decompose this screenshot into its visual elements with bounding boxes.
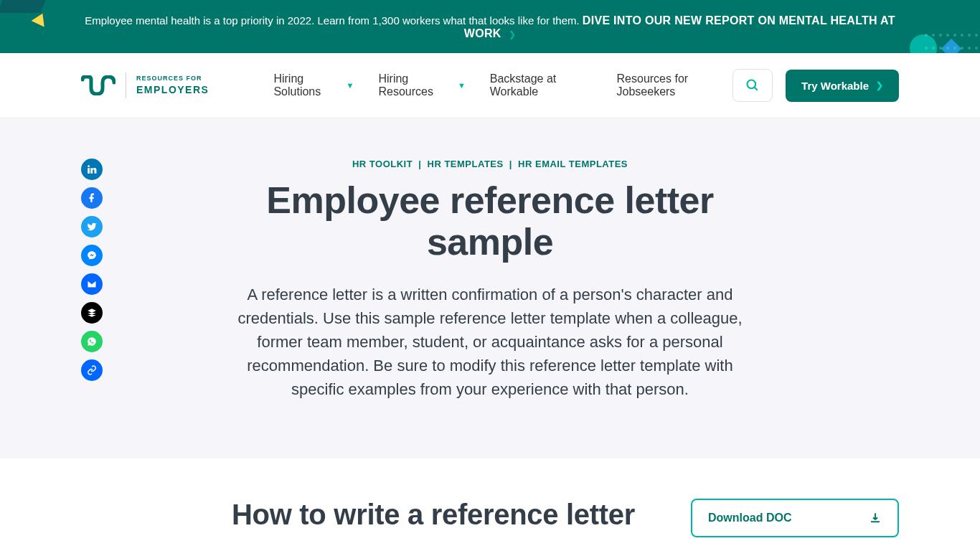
breadcrumb-link[interactable]: HR EMAIL TEMPLATES [518, 159, 628, 169]
social-share-rail [81, 159, 103, 381]
cta-label: Try Workable [801, 80, 869, 92]
linkedin-icon [87, 164, 97, 174]
section-heading: How to write a reference letter [232, 499, 662, 531]
nav-label: Backstage at Workable [490, 72, 593, 98]
decoration [923, 29, 980, 53]
logo-title: EMPLOYERS [136, 83, 209, 96]
main-nav: Hiring Solutions ▼ Hiring Resources ▼ Ba… [273, 72, 732, 98]
twitter-icon [87, 222, 97, 232]
nav-jobseekers[interactable]: Resources for Jobseekers [617, 72, 733, 98]
chevron-down-icon: ▼ [458, 81, 466, 90]
nav-hiring-resources[interactable]: Hiring Resources ▼ [378, 72, 465, 98]
nav-backstage[interactable]: Backstage at Workable [490, 72, 593, 98]
facebook-icon [87, 193, 97, 203]
nav-hiring-solutions[interactable]: Hiring Solutions ▼ [273, 72, 354, 98]
nav-label: Hiring Solutions [273, 72, 341, 98]
separator: | [418, 159, 421, 169]
share-linkedin[interactable] [81, 159, 103, 180]
try-workable-button[interactable]: Try Workable ❯ [786, 70, 899, 102]
content-section: How to write a reference letter Here's o… [31, 458, 949, 551]
share-whatsapp[interactable] [81, 331, 103, 352]
share-messenger[interactable] [81, 245, 103, 266]
main-header: RESOURCES FOR EMPLOYERS Hiring Solutions… [0, 53, 980, 118]
search-icon [745, 78, 760, 93]
share-twitter[interactable] [81, 216, 103, 237]
svg-rect-2 [88, 168, 90, 174]
logo-subtitle: RESOURCES FOR [136, 75, 209, 83]
chevron-down-icon: ▼ [347, 81, 354, 90]
breadcrumb-link[interactable]: HR TOOLKIT [352, 159, 413, 169]
download-icon [869, 512, 882, 524]
email-icon [87, 279, 97, 289]
breadcrumb-link[interactable]: HR TEMPLATES [428, 159, 504, 169]
svg-point-0 [748, 80, 756, 89]
nav-label: Resources for Jobseekers [617, 72, 733, 98]
svg-point-3 [88, 165, 90, 167]
buffer-icon [87, 308, 97, 318]
page-title: Employee reference letter sample [232, 179, 748, 263]
breadcrumb: HR TOOLKIT | HR TEMPLATES | HR EMAIL TEM… [81, 159, 899, 169]
share-buffer[interactable] [81, 302, 103, 324]
divider [126, 72, 126, 98]
whatsapp-icon [87, 336, 97, 347]
workable-logo-icon [81, 75, 116, 95]
share-copy-link[interactable] [81, 359, 103, 381]
download-doc-button[interactable]: Download DOC [691, 499, 899, 537]
banner-text: Employee mental health is a top priority… [85, 14, 583, 27]
download-label: Download DOC [708, 512, 791, 524]
hero-section: HR TOOLKIT | HR TEMPLATES | HR EMAIL TEM… [0, 118, 980, 458]
separator: | [509, 159, 512, 169]
share-facebook[interactable] [81, 187, 103, 209]
announcement-banner: Employee mental health is a top priority… [0, 0, 980, 53]
svg-line-1 [755, 88, 758, 90]
page-description: A reference letter is a written confirma… [232, 283, 748, 401]
chevron-right-icon: ❯ [876, 80, 883, 90]
link-icon [87, 365, 97, 375]
share-email[interactable] [81, 273, 103, 295]
nav-label: Hiring Resources [378, 72, 453, 98]
search-button[interactable] [732, 69, 773, 102]
logo[interactable]: RESOURCES FOR EMPLOYERS [81, 72, 209, 98]
messenger-icon [87, 250, 97, 260]
chevron-right-icon: ❯ [509, 29, 516, 39]
sidebar: Download DOC [691, 499, 899, 551]
